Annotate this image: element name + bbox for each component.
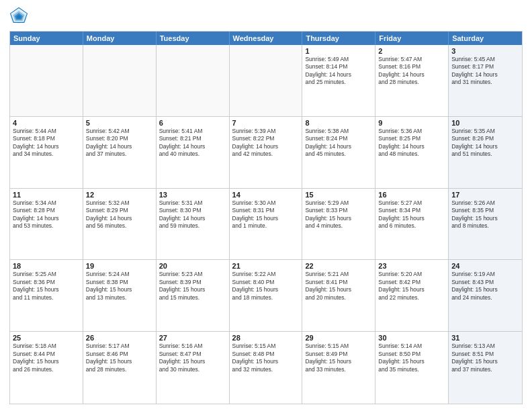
week-row-4: 18Sunrise: 5:25 AM Sunset: 8:36 PM Dayli… [10, 260, 522, 332]
cell-info: Sunrise: 5:27 AM Sunset: 8:34 PM Dayligh… [378, 199, 445, 230]
day-cell-31: 31Sunrise: 5:13 AM Sunset: 8:51 PM Dayli… [449, 332, 522, 404]
cell-info: Sunrise: 5:20 AM Sunset: 8:42 PM Dayligh… [378, 271, 445, 302]
day-header-sunday: Sunday [10, 32, 83, 45]
cell-info: Sunrise: 5:38 AM Sunset: 8:24 PM Dayligh… [305, 128, 372, 158]
day-number: 6 [159, 119, 226, 127]
cell-info: Sunrise: 5:24 AM Sunset: 8:38 PM Dayligh… [86, 271, 153, 302]
day-header-thursday: Thursday [302, 32, 375, 45]
cell-info: Sunrise: 5:42 AM Sunset: 8:20 PM Dayligh… [86, 128, 153, 158]
day-cell-10: 10Sunrise: 5:35 AM Sunset: 8:26 PM Dayli… [449, 117, 522, 188]
day-number: 1 [305, 47, 372, 55]
day-cell-5: 5Sunrise: 5:42 AM Sunset: 8:20 PM Daylig… [83, 117, 157, 188]
day-number: 13 [159, 191, 226, 199]
day-number: 26 [86, 334, 153, 342]
day-cell-2: 2Sunrise: 5:47 AM Sunset: 8:16 PM Daylig… [375, 45, 449, 116]
cell-info: Sunrise: 5:15 AM Sunset: 8:49 PM Dayligh… [305, 342, 372, 373]
empty-cell [230, 45, 303, 116]
day-number: 7 [232, 119, 300, 127]
day-cell-27: 27Sunrise: 5:16 AM Sunset: 8:47 PM Dayli… [157, 332, 230, 404]
cell-info: Sunrise: 5:18 AM Sunset: 8:44 PM Dayligh… [13, 342, 80, 373]
cell-info: Sunrise: 5:14 AM Sunset: 8:50 PM Dayligh… [378, 342, 445, 373]
cell-info: Sunrise: 5:26 AM Sunset: 8:35 PM Dayligh… [451, 199, 519, 230]
cell-info: Sunrise: 5:32 AM Sunset: 8:29 PM Dayligh… [86, 199, 153, 230]
day-cell-6: 6Sunrise: 5:41 AM Sunset: 8:21 PM Daylig… [157, 117, 230, 188]
day-header-saturday: Saturday [449, 32, 522, 45]
day-cell-29: 29Sunrise: 5:15 AM Sunset: 8:49 PM Dayli… [302, 332, 375, 404]
day-number: 27 [159, 334, 226, 342]
day-cell-14: 14Sunrise: 5:30 AM Sunset: 8:31 PM Dayli… [230, 189, 303, 260]
cell-info: Sunrise: 5:36 AM Sunset: 8:25 PM Dayligh… [378, 128, 445, 158]
cell-info: Sunrise: 5:31 AM Sunset: 8:30 PM Dayligh… [159, 199, 226, 230]
week-row-1: 1Sunrise: 5:49 AM Sunset: 8:14 PM Daylig… [10, 45, 522, 117]
day-cell-23: 23Sunrise: 5:20 AM Sunset: 8:42 PM Dayli… [375, 260, 449, 331]
day-number: 8 [305, 119, 372, 127]
cell-info: Sunrise: 5:16 AM Sunset: 8:47 PM Dayligh… [159, 342, 226, 373]
day-number: 19 [86, 262, 153, 270]
cell-info: Sunrise: 5:13 AM Sunset: 8:51 PM Dayligh… [451, 342, 519, 373]
day-cell-16: 16Sunrise: 5:27 AM Sunset: 8:34 PM Dayli… [375, 189, 449, 260]
day-number: 31 [451, 334, 519, 342]
cell-info: Sunrise: 5:23 AM Sunset: 8:39 PM Dayligh… [159, 271, 226, 302]
day-number: 29 [305, 334, 372, 342]
cell-info: Sunrise: 5:45 AM Sunset: 8:17 PM Dayligh… [451, 56, 519, 87]
day-number: 23 [378, 262, 445, 270]
day-header-wednesday: Wednesday [230, 32, 303, 45]
day-cell-24: 24Sunrise: 5:19 AM Sunset: 8:43 PM Dayli… [449, 260, 522, 331]
day-number: 20 [159, 262, 226, 270]
day-number: 22 [305, 262, 372, 270]
cell-info: Sunrise: 5:30 AM Sunset: 8:31 PM Dayligh… [232, 199, 300, 230]
day-number: 16 [378, 191, 445, 199]
day-header-monday: Monday [83, 32, 157, 45]
empty-cell [83, 45, 157, 116]
calendar-body: 1Sunrise: 5:49 AM Sunset: 8:14 PM Daylig… [10, 45, 522, 404]
day-cell-12: 12Sunrise: 5:32 AM Sunset: 8:29 PM Dayli… [83, 189, 157, 260]
day-number: 5 [86, 119, 153, 127]
day-number: 3 [451, 47, 519, 55]
day-cell-28: 28Sunrise: 5:15 AM Sunset: 8:48 PM Dayli… [230, 332, 303, 404]
cell-info: Sunrise: 5:15 AM Sunset: 8:48 PM Dayligh… [232, 342, 300, 373]
week-row-5: 25Sunrise: 5:18 AM Sunset: 8:44 PM Dayli… [10, 332, 522, 404]
day-cell-22: 22Sunrise: 5:21 AM Sunset: 8:41 PM Dayli… [302, 260, 375, 331]
cell-info: Sunrise: 5:41 AM Sunset: 8:21 PM Dayligh… [159, 128, 226, 158]
cell-info: Sunrise: 5:29 AM Sunset: 8:33 PM Dayligh… [305, 199, 372, 230]
logo [9, 7, 31, 26]
day-cell-7: 7Sunrise: 5:39 AM Sunset: 8:22 PM Daylig… [230, 117, 303, 188]
day-number: 21 [232, 262, 300, 270]
day-cell-17: 17Sunrise: 5:26 AM Sunset: 8:35 PM Dayli… [449, 189, 522, 260]
header [9, 7, 523, 26]
day-cell-25: 25Sunrise: 5:18 AM Sunset: 8:44 PM Dayli… [10, 332, 83, 404]
day-number: 14 [232, 191, 300, 199]
week-row-3: 11Sunrise: 5:34 AM Sunset: 8:28 PM Dayli… [10, 189, 522, 261]
day-number: 28 [232, 334, 300, 342]
cell-info: Sunrise: 5:17 AM Sunset: 8:46 PM Dayligh… [86, 342, 153, 373]
page: SundayMondayTuesdayWednesdayThursdayFrid… [0, 0, 532, 411]
cell-info: Sunrise: 5:25 AM Sunset: 8:36 PM Dayligh… [13, 271, 80, 302]
calendar-header: SundayMondayTuesdayWednesdayThursdayFrid… [10, 32, 522, 45]
cell-info: Sunrise: 5:35 AM Sunset: 8:26 PM Dayligh… [451, 128, 519, 158]
day-header-tuesday: Tuesday [157, 32, 230, 45]
day-number: 11 [13, 191, 80, 199]
empty-cell [157, 45, 230, 116]
day-number: 18 [13, 262, 80, 270]
day-cell-3: 3Sunrise: 5:45 AM Sunset: 8:17 PM Daylig… [449, 45, 522, 116]
day-cell-18: 18Sunrise: 5:25 AM Sunset: 8:36 PM Dayli… [10, 260, 83, 331]
day-header-friday: Friday [375, 32, 449, 45]
day-number: 12 [86, 191, 153, 199]
day-number: 4 [13, 119, 80, 127]
day-number: 15 [305, 191, 372, 199]
day-cell-1: 1Sunrise: 5:49 AM Sunset: 8:14 PM Daylig… [302, 45, 375, 116]
day-cell-19: 19Sunrise: 5:24 AM Sunset: 8:38 PM Dayli… [83, 260, 157, 331]
day-cell-9: 9Sunrise: 5:36 AM Sunset: 8:25 PM Daylig… [375, 117, 449, 188]
day-number: 30 [378, 334, 445, 342]
cell-info: Sunrise: 5:39 AM Sunset: 8:22 PM Dayligh… [232, 128, 300, 158]
day-cell-4: 4Sunrise: 5:44 AM Sunset: 8:18 PM Daylig… [10, 117, 83, 188]
day-cell-30: 30Sunrise: 5:14 AM Sunset: 8:50 PM Dayli… [375, 332, 449, 404]
cell-info: Sunrise: 5:47 AM Sunset: 8:16 PM Dayligh… [378, 56, 445, 87]
day-cell-11: 11Sunrise: 5:34 AM Sunset: 8:28 PM Dayli… [10, 189, 83, 260]
cell-info: Sunrise: 5:44 AM Sunset: 8:18 PM Dayligh… [13, 128, 80, 158]
cell-info: Sunrise: 5:19 AM Sunset: 8:43 PM Dayligh… [451, 271, 519, 302]
day-cell-15: 15Sunrise: 5:29 AM Sunset: 8:33 PM Dayli… [302, 189, 375, 260]
day-cell-20: 20Sunrise: 5:23 AM Sunset: 8:39 PM Dayli… [157, 260, 230, 331]
day-number: 25 [13, 334, 80, 342]
cell-info: Sunrise: 5:49 AM Sunset: 8:14 PM Dayligh… [305, 56, 372, 87]
